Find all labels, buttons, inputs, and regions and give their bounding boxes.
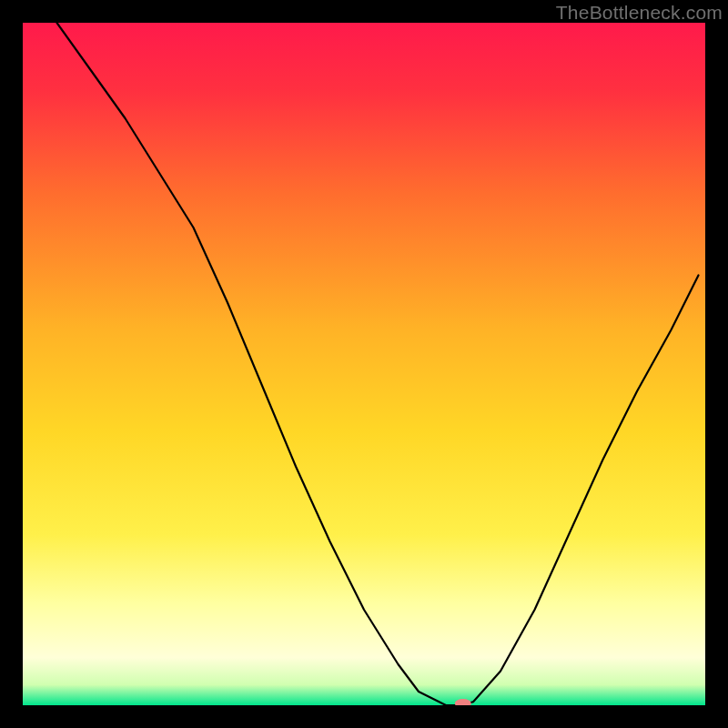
watermark-text: TheBottleneck.com bbox=[556, 2, 723, 24]
chart-frame: TheBottleneck.com bbox=[0, 0, 728, 728]
plot-area bbox=[23, 23, 705, 705]
chart-background bbox=[23, 23, 705, 705]
chart-svg bbox=[23, 23, 705, 705]
